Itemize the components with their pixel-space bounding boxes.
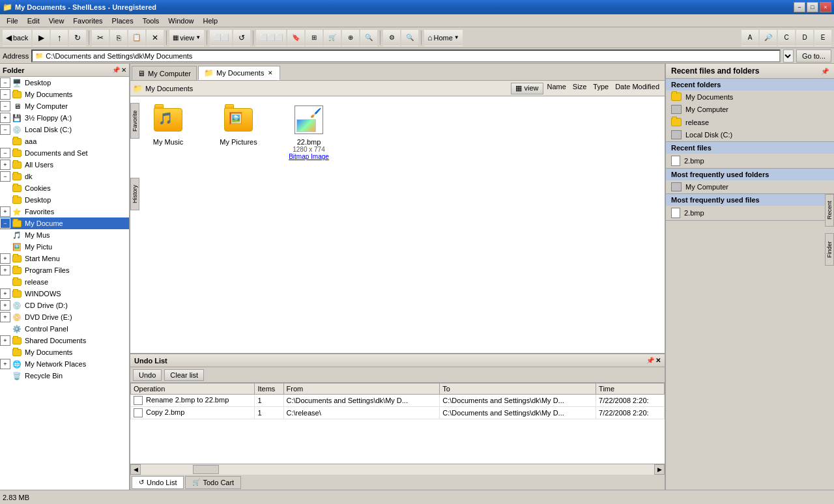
undo-button[interactable]: Undo <box>133 369 162 381</box>
tree-item-docsettings[interactable]: − Documents and Set <box>0 147 129 159</box>
toolbar-btn-e[interactable]: ⊞ <box>306 29 323 46</box>
forward-button[interactable]: ▶ <box>33 29 50 46</box>
folder-panel-close[interactable]: ✕ <box>121 66 126 74</box>
tree-item-mydocs-selected[interactable]: − My Docume <box>0 217 129 229</box>
bottom-tab-undolist[interactable]: ↺ Undo List <box>132 476 184 489</box>
tree-item-desktop-sub[interactable]: Desktop <box>0 194 129 206</box>
file-item-mypictures[interactable]: 🖼️ My Pictures <box>206 102 271 163</box>
toolbar-right-d[interactable]: D <box>796 29 813 46</box>
tree-item-aaa[interactable]: aaa <box>0 135 129 147</box>
22bmp-link[interactable]: Bitmap Image <box>289 153 329 160</box>
tree-item-recyclebin[interactable]: 🗑️ Recycle Bin <box>0 370 129 382</box>
toolbar-right-e[interactable]: E <box>814 29 831 46</box>
col-header-size[interactable]: Size <box>570 83 589 94</box>
col-header-datemod[interactable]: Date Modified <box>612 83 662 94</box>
expand-desktop[interactable]: − <box>0 77 10 88</box>
right-item-2bmp[interactable]: 2.bmp <box>666 154 834 168</box>
tree-item-startmenu[interactable]: + Start Menu <box>0 253 129 264</box>
tree-item-mydocs-l2[interactable]: My Documents <box>0 346 129 358</box>
copy-button[interactable]: ⎘ <box>110 29 127 46</box>
expand-floppy[interactable]: + <box>0 113 10 123</box>
menu-view[interactable]: View <box>45 16 68 26</box>
toolbar-btn-g[interactable]: ⊕ <box>342 29 359 46</box>
tree-item-cookies[interactable]: Cookies <box>0 182 129 194</box>
minimize-button[interactable]: − <box>794 2 805 12</box>
col-header-type[interactable]: Type <box>590 83 611 94</box>
favorite-side-btn[interactable]: Favorite <box>130 103 139 139</box>
hscroll-right-btn[interactable]: ▶ <box>654 464 665 475</box>
expand-dvddrive-e[interactable]: + <box>0 312 10 322</box>
toolbar-btn-f[interactable]: 🛒 <box>324 29 341 46</box>
tree-item-dvddrive-e[interactable]: + 📀 DVD Drive (E:) <box>0 311 129 323</box>
back-button[interactable]: ◀ back <box>3 29 31 46</box>
home-button[interactable]: ⌂ Home ▼ <box>424 29 463 46</box>
close-button[interactable]: × <box>820 2 831 12</box>
col-items[interactable]: Items <box>255 384 283 395</box>
tree-item-windows[interactable]: + WINDOWS <box>0 288 129 300</box>
tab-mydocuments[interactable]: 📁 My Documents ✕ <box>198 66 280 80</box>
tab-mycomputer[interactable]: 🖥 My Computer <box>132 66 197 80</box>
col-from[interactable]: From <box>283 384 440 395</box>
tree-item-dk[interactable]: − dk <box>0 171 129 182</box>
tree-item-cddrive-d[interactable]: + 💿 CD Drive (D:) <box>0 300 129 311</box>
delete-button[interactable]: ✕ <box>147 29 164 46</box>
tree-item-localdisk-c[interactable]: − 💿 Local Disk (C:) <box>0 124 129 135</box>
hscroll-left-btn[interactable]: ◀ <box>130 464 141 475</box>
content-view-btn[interactable]: ▦ view <box>511 83 543 94</box>
expand-startmenu[interactable]: + <box>0 253 10 264</box>
tree-item-shareddocs[interactable]: + Shared Documents <box>0 335 129 346</box>
right-panel-pin[interactable]: 📌 <box>821 68 829 75</box>
expand-mycomputer[interactable]: − <box>0 101 10 111</box>
right-item-mydocs[interactable]: My Documents <box>666 91 834 103</box>
paste-button[interactable]: 📋 <box>128 29 145 46</box>
refresh-button[interactable]: ↻ <box>69 29 86 46</box>
toolbar-btn-d[interactable]: 🔖 <box>287 29 304 46</box>
expand-localdisk-c[interactable]: − <box>0 124 10 135</box>
toolbar-btn-a[interactable]: ⬜⬜ <box>210 29 232 46</box>
expand-docsettings[interactable]: − <box>0 148 10 158</box>
tree-item-mypictures[interactable]: 🖼️ My Pictu <box>0 241 129 253</box>
col-time[interactable]: Time <box>596 384 665 395</box>
tree-item-progfiles[interactable]: + Program Files <box>0 264 129 276</box>
right-item-release[interactable]: release <box>666 116 834 128</box>
expand-networkplaces[interactable]: + <box>0 359 10 369</box>
tree-item-release[interactable]: release <box>0 276 129 288</box>
file-item-mymusic[interactable]: 🎵 My Music <box>136 102 201 163</box>
expand-allusers[interactable]: + <box>0 160 10 170</box>
undo-panel-pin[interactable]: 📌 <box>646 357 654 364</box>
col-operation[interactable]: Operation <box>131 384 255 395</box>
tree-item-mymusic[interactable]: 🎵 My Mus <box>0 229 129 241</box>
toolbar-right-b[interactable]: 🔎 <box>760 29 777 46</box>
right-panel-recent-tab[interactable]: Recent <box>825 194 834 227</box>
toolbar-btn-b[interactable]: ↺ <box>233 29 250 46</box>
toolbar-btn-h[interactable]: 🔍 <box>360 29 377 46</box>
expand-windows[interactable]: + <box>0 288 10 299</box>
toolbar-btn-i[interactable]: ⚙ <box>383 29 400 46</box>
menu-window[interactable]: Window <box>164 16 197 26</box>
up-button[interactable]: ↑ <box>51 29 68 46</box>
file-item-22bmp[interactable]: 🖌️ 22.bmp 834 x 504 Bitmap Image <box>276 102 341 163</box>
undo-row-1[interactable]: Rename 2.bmp to 22.bmp 1 C:\Documents an… <box>131 395 665 407</box>
right-item-freq-2bmp[interactable]: 2.bmp <box>666 206 834 220</box>
cut-button[interactable]: ✂ <box>92 29 109 46</box>
toolbar-btn-j[interactable]: 🔍 <box>401 29 418 46</box>
expand-favorites[interactable]: + <box>0 206 10 217</box>
menu-edit[interactable]: Edit <box>23 16 44 26</box>
folder-panel-pin[interactable]: 📌 <box>112 66 120 74</box>
right-item-localdisk[interactable]: Local Disk (C:) <box>666 128 834 141</box>
menu-file[interactable]: File <box>3 16 22 26</box>
col-header-name[interactable]: Name <box>545 83 569 94</box>
tree-item-desktop[interactable]: − 🖥️ Desktop <box>0 77 129 89</box>
menu-help[interactable]: Help <box>199 16 222 26</box>
history-side-btn[interactable]: History <box>130 178 139 210</box>
undo-row-2[interactable]: Copy 2.bmp 1 C:\release\ C:\Documents an… <box>131 407 665 419</box>
menu-favorites[interactable]: Favorites <box>69 16 106 26</box>
tree-item-controlpanel[interactable]: ⚙️ Control Panel <box>0 323 129 335</box>
expand-cddrive-d[interactable]: + <box>0 300 10 311</box>
tree-item-allusers[interactable]: + All Users <box>0 159 129 171</box>
expand-mydocs-selected[interactable]: − <box>0 218 10 229</box>
menu-tools[interactable]: Tools <box>139 16 164 26</box>
col-to[interactable]: To <box>440 384 596 395</box>
undo-panel-close[interactable]: ✕ <box>655 357 661 364</box>
expand-progfiles[interactable]: + <box>0 265 10 275</box>
